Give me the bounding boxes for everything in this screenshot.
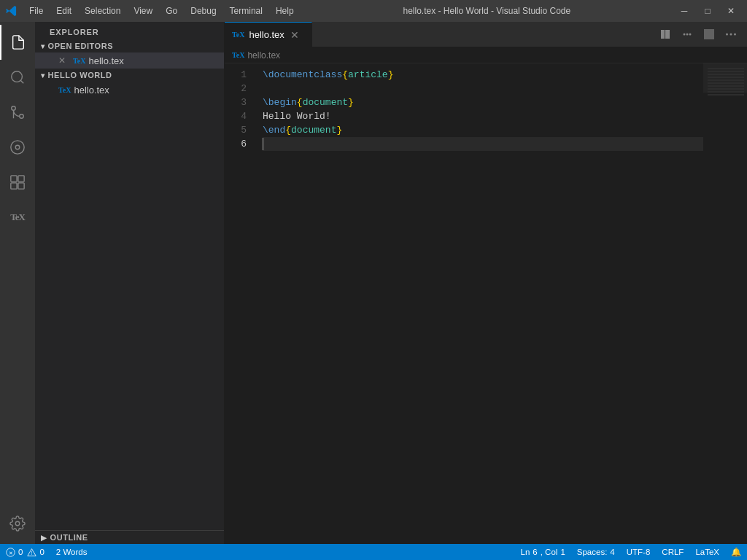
menu-debug[interactable]: Debug [185, 4, 222, 18]
code-content[interactable]: \documentclass{article} \begin{document}… [254, 63, 703, 544]
brace-open-3: { [285, 123, 291, 137]
vscode-icon [6, 5, 18, 17]
svg-point-4 [15, 145, 20, 149]
line-numbers: 1 2 3 4 5 6 [225, 63, 254, 544]
tex-activity-icon: TeX [10, 211, 25, 223]
status-line-ending[interactable]: CRLF [656, 544, 689, 560]
line-num-4: 4 [225, 109, 247, 123]
line-num-5: 5 [225, 123, 247, 137]
open-editors-chevron: ▾ [41, 42, 45, 50]
split-editor-button[interactable] [699, 24, 719, 44]
warning-count: 0 [39, 548, 44, 556]
status-spaces[interactable]: Spaces: 4 [571, 544, 621, 560]
status-encoding[interactable]: UTF-8 [621, 544, 657, 560]
close-button[interactable]: ✕ [721, 4, 741, 18]
line-ending-val: CRLF [662, 548, 684, 556]
menu-view[interactable]: View [128, 4, 158, 18]
menu-help[interactable]: Help [270, 4, 300, 18]
hello-world-section[interactable]: ▾ Hello World [35, 69, 224, 82]
breadcrumb-icon: TeX [232, 51, 244, 59]
ln-label: Ln [521, 548, 530, 556]
brace-open-2: { [297, 96, 303, 109]
code-line-1: \documentclass{article} [263, 68, 703, 82]
svg-rect-8 [18, 183, 24, 189]
code-line-6 [263, 137, 703, 151]
activity-debug[interactable] [0, 130, 35, 165]
col-val: 1 [560, 548, 565, 556]
svg-text:✕: ✕ [9, 549, 13, 556]
outline-header[interactable]: ▶ Outline [35, 531, 224, 544]
col-separator: , Col [541, 548, 558, 556]
outline-chevron: ▶ [41, 534, 47, 542]
tab-file-icon: TeX [232, 31, 244, 39]
menu-bar: File Edit Selection View Go Debug Termin… [23, 4, 300, 18]
open-editor-filename: hello.tex [88, 55, 123, 66]
status-words[interactable]: 2 Words [50, 544, 93, 560]
maximize-button[interactable]: □ [697, 4, 718, 18]
close-file-icon[interactable]: ✕ [58, 55, 69, 66]
svg-point-11 [686, 34, 689, 36]
svg-rect-7 [11, 183, 17, 189]
ln-val: 6 [533, 548, 537, 556]
activity-source-control[interactable] [0, 95, 35, 130]
arg-document-2: document [291, 123, 336, 137]
outline-label: Outline [50, 533, 88, 542]
code-line-5: \end{document} [263, 123, 703, 137]
tab-actions [655, 24, 747, 44]
error-icon: ✕ [6, 548, 15, 557]
tex-file-icon: TeX [73, 57, 85, 65]
tab-close-button[interactable]: ✕ [289, 29, 301, 41]
minimap [703, 63, 747, 544]
sidebar-file-hello-tex[interactable]: TeX hello.tex [35, 82, 224, 98]
notification-icon: 🔔 [731, 547, 741, 557]
minimize-button[interactable]: ─ [674, 4, 694, 18]
minimap-content [708, 68, 744, 97]
menu-selection[interactable]: Selection [79, 4, 126, 18]
menu-terminal[interactable]: Terminal [224, 4, 268, 18]
error-count: 0 [18, 548, 23, 556]
more-actions-button[interactable] [721, 24, 741, 44]
code-line-2 [263, 82, 703, 96]
svg-point-3 [12, 106, 16, 111]
open-editors-section[interactable]: ▾ Open Editors [35, 39, 224, 52]
open-editor-hello-tex[interactable]: ✕ TeX hello.tex [35, 52, 224, 69]
breadcrumb: TeX hello.tex [225, 47, 747, 63]
line-num-2: 2 [225, 82, 247, 96]
menu-file[interactable]: File [23, 4, 49, 18]
status-notification[interactable]: 🔔 [725, 544, 747, 560]
status-right: Ln 6 , Col 1 Spaces: 4 UTF-8 CRLF LaTeX … [515, 544, 747, 560]
kw-documentclass: \documentclass [263, 68, 342, 82]
sidebar-filename: hello.tex [74, 85, 109, 96]
svg-point-15 [734, 34, 736, 36]
tab-hello-tex[interactable]: TeX hello.tex ✕ [225, 22, 312, 47]
views-button[interactable] [677, 24, 697, 44]
status-errors[interactable]: ✕ 0 ! 0 [0, 544, 50, 560]
kw-begin: \begin [263, 96, 297, 109]
line-num-1: 1 [225, 68, 247, 82]
svg-rect-5 [11, 176, 17, 182]
words-label: 2 Words [56, 548, 88, 556]
status-ln-col[interactable]: Ln 6 , Col 1 [515, 544, 571, 560]
code-editor[interactable]: 1 2 3 4 5 6 \documentclass{article} \beg… [225, 63, 747, 544]
encoding-val: UTF-8 [627, 548, 651, 556]
hello-world-label: Hello World [48, 71, 112, 79]
activity-search[interactable] [0, 60, 35, 95]
activity-extensions[interactable] [0, 165, 35, 200]
svg-point-0 [12, 71, 23, 82]
status-left: ✕ 0 ! 0 2 Words [0, 544, 93, 560]
open-in-side-button[interactable] [655, 24, 676, 44]
svg-text:!: ! [31, 550, 33, 555]
main-layout: TeX Explorer ▾ Open Editors ✕ TeX hello.… [0, 22, 747, 544]
tab-filename: hello.tex [249, 29, 284, 40]
activity-tex[interactable]: TeX [0, 200, 35, 235]
activity-explorer[interactable] [0, 25, 35, 60]
activity-settings[interactable] [0, 506, 35, 541]
menu-go[interactable]: Go [160, 4, 183, 18]
arg-document: document [303, 96, 348, 109]
sidebar-title: Explorer [35, 22, 224, 39]
menu-edit[interactable]: Edit [50, 4, 77, 18]
window-controls: ─ □ ✕ [674, 4, 741, 18]
spaces-val: 4 [610, 548, 614, 556]
status-language[interactable]: LaTeX [689, 544, 725, 560]
brace-close-2: } [348, 96, 354, 109]
